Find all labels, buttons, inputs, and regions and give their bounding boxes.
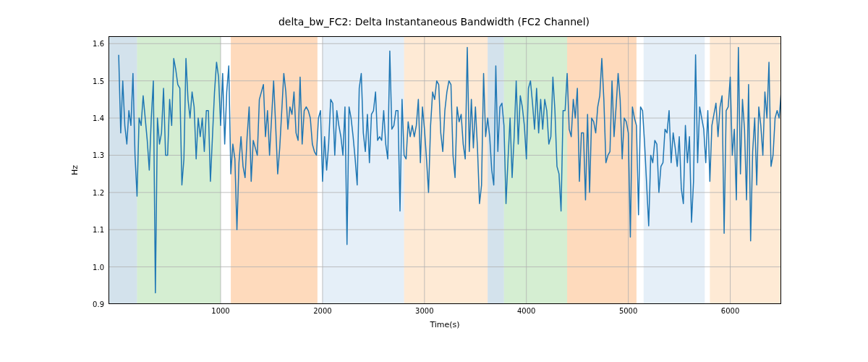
y-tick-label: 1.4 (93, 114, 104, 122)
y-tick-label: 1.1 (93, 226, 104, 234)
chart-title: delta_bw_FC2: Delta Instantaneous Bandwi… (0, 16, 868, 28)
figure: delta_bw_FC2: Delta Instantaneous Bandwi… (0, 0, 868, 362)
y-axis-label: Hz (70, 165, 80, 175)
x-tick-label: 6000 (721, 307, 739, 315)
x-tick-label: 5000 (619, 307, 637, 315)
x-tick-label: 3000 (415, 307, 433, 315)
y-tick-label: 1.2 (93, 188, 104, 196)
x-tick-label: 4000 (517, 307, 535, 315)
axes: Time(s) Hz 100020003000400050006000 0.91… (109, 36, 781, 304)
x-tick-label: 2000 (313, 307, 331, 315)
y-tick-label: 1.3 (93, 151, 104, 159)
y-tick-label: 1.5 (93, 77, 104, 85)
y-tick-label: 0.9 (93, 300, 104, 308)
x-axis-label: Time(s) (109, 320, 781, 329)
y-tick-label: 1.0 (93, 263, 104, 271)
data-line (109, 36, 781, 304)
y-tick-label: 1.6 (93, 40, 104, 48)
x-tick-label: 1000 (211, 307, 229, 315)
